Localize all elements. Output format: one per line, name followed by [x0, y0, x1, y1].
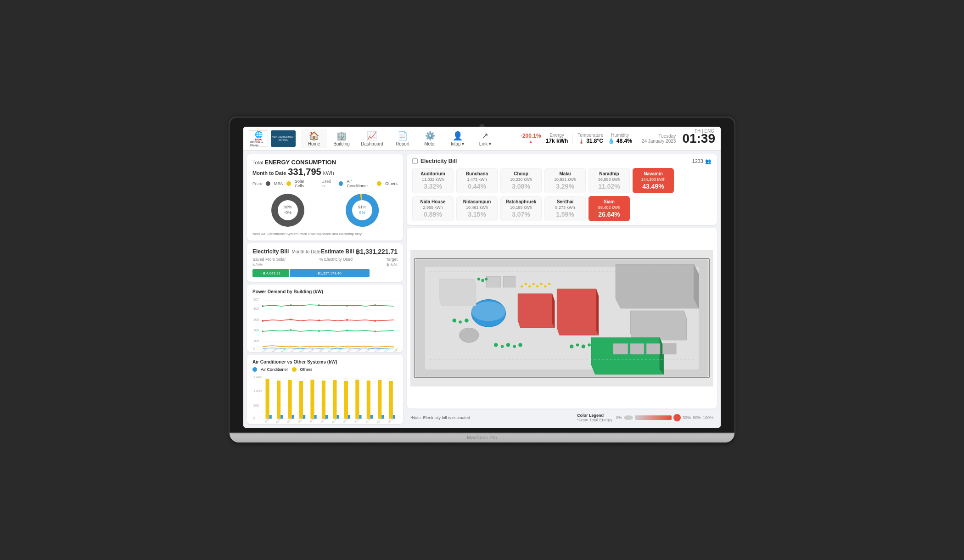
- svg-point-21: [262, 305, 263, 307]
- svg-marker-102: [596, 289, 599, 335]
- svg-rect-139: [646, 343, 660, 354]
- svg-rect-74: [348, 415, 350, 419]
- svg-marker-98: [616, 264, 699, 308]
- svg-point-120: [518, 343, 522, 347]
- nav-dashboard[interactable]: 📈 Dashboard: [356, 129, 388, 148]
- svg-point-23: [318, 304, 320, 306]
- svg-point-131: [528, 285, 531, 287]
- svg-point-132: [532, 283, 535, 285]
- energy-label: Energy: [546, 133, 568, 138]
- svg-rect-138: [630, 343, 644, 354]
- building-bunchana[interactable]: Bunchana 1,473 kWh 0.44%: [456, 168, 498, 193]
- svg-point-119: [513, 345, 516, 348]
- pie-charts-row: 00% -0%: [252, 191, 398, 230]
- building-nidasumpun[interactable]: Nidasumpun 10,461 kWh 3.15%: [456, 196, 498, 221]
- pie-chart-ac: 91% 9%: [343, 191, 382, 230]
- svg-point-123: [485, 278, 488, 280]
- date-label: 24 January 2023: [642, 139, 676, 144]
- svg-text:0: 0: [253, 347, 255, 350]
- user-count: 1233 👥: [692, 158, 712, 164]
- svg-marker-100: [630, 311, 686, 340]
- nav-home[interactable]: 🏠 Home: [301, 129, 327, 148]
- svg-text:00%: 00%: [283, 205, 291, 209]
- temp-value: 🌡️ 31.8°C: [577, 138, 603, 144]
- svg-marker-110: [440, 279, 476, 306]
- building-serithai[interactable]: Serithai 5,273 kWh 1.59%: [544, 196, 586, 221]
- svg-point-27: [290, 319, 292, 320]
- svg-point-116: [494, 343, 498, 347]
- svg-marker-103: [518, 294, 555, 328]
- svg-point-30: [374, 320, 376, 322]
- building-malai[interactable]: Malai 10,931 kWh 3.29%: [544, 168, 586, 193]
- nav-link[interactable]: ↗ Link ▾: [472, 129, 498, 148]
- svg-point-109: [459, 328, 479, 342]
- svg-point-136: [548, 283, 550, 285]
- svg-text:300: 300: [253, 318, 259, 321]
- svg-point-121: [477, 278, 480, 280]
- svg-rect-61: [277, 381, 280, 419]
- svg-point-125: [576, 343, 579, 346]
- svg-text:100: 100: [253, 339, 259, 342]
- svg-rect-73: [344, 381, 348, 419]
- nav-kitap[interactable]: 👤 kitap ▾: [445, 129, 471, 148]
- campus-svg: [410, 231, 713, 405]
- svg-point-108: [471, 302, 506, 321]
- svg-text:500: 500: [253, 404, 259, 407]
- svg-text:200: 200: [253, 329, 259, 332]
- nav-meter[interactable]: ⚙️ Meter: [417, 129, 443, 148]
- svg-text:1,000: 1,000: [253, 389, 262, 392]
- svg-rect-112: [503, 277, 516, 287]
- building-auditorium[interactable]: Auditorium 11,032 kWh 3.32%: [412, 168, 454, 193]
- humidity-label: Humidity: [608, 133, 632, 138]
- svg-rect-63: [288, 380, 291, 419]
- svg-point-31: [262, 330, 263, 332]
- link-icon: ↗: [482, 131, 488, 141]
- svg-rect-77: [367, 381, 370, 419]
- building-ratchaphruek[interactable]: Ratchaphruek 10,185 kWh 3.07%: [500, 196, 542, 221]
- svg-text:-0%: -0%: [284, 210, 291, 215]
- lang-switch[interactable]: TH | ENG: [695, 129, 714, 134]
- bar-chart: 1,466 1,000 500 0: [252, 374, 398, 420]
- svg-rect-81: [389, 381, 393, 419]
- solar-dot: [286, 181, 291, 186]
- main-content: Total ENERGY CONSUMPTION Month to Date 3…: [243, 151, 721, 428]
- macbook-label: MacBook Pro: [467, 435, 497, 440]
- others-legend-dot: [292, 367, 297, 372]
- building-naradhip[interactable]: Naradhip 36,553 kWh 11.02%: [588, 168, 630, 193]
- nav-building[interactable]: 🏢 Building: [329, 129, 354, 148]
- svg-point-35: [374, 330, 376, 332]
- right-panel: Electricity Bill 1233 👥 Audito: [407, 154, 717, 424]
- svg-rect-59: [266, 379, 269, 419]
- building-nida-house[interactable]: Nida House 2,955 kWh 0.89%: [412, 196, 454, 221]
- logo-area: 🌐 NIDA WISDOM for Change NIDA ENVIRONMEN…: [249, 130, 296, 147]
- svg-text:01:13: 01:13: [374, 347, 381, 352]
- legend-row: From MEA Solar Cells Used in Air Conditi…: [252, 179, 398, 188]
- building-siam[interactable]: Siam 88,402 kWh 26.64%: [588, 196, 630, 221]
- svg-point-29: [346, 319, 348, 321]
- svg-point-129: [521, 285, 523, 287]
- pie-chart-mea: 00% -0%: [269, 191, 308, 230]
- svg-point-133: [536, 285, 538, 287]
- nav-report[interactable]: 📄 Report: [390, 129, 415, 148]
- humidity-value: 💧 48.4%: [608, 138, 632, 144]
- svg-point-32: [290, 329, 292, 331]
- svg-point-25: [374, 304, 376, 306]
- nida-logo: 🌐 NIDA WISDOM for Change: [249, 130, 268, 147]
- svg-text:1,466: 1,466: [253, 375, 262, 379]
- buildings-grid: Auditorium 11,032 kWh 3.32% Bunchana 1,4…: [412, 168, 712, 221]
- svg-rect-60: [269, 415, 272, 419]
- svg-point-117: [501, 345, 504, 348]
- svg-point-33: [318, 330, 320, 332]
- svg-point-130: [525, 283, 527, 285]
- dashboard-icon: 📈: [367, 131, 377, 141]
- svg-rect-66: [303, 415, 305, 419]
- svg-point-24: [346, 305, 348, 307]
- elec-bill-checkbox[interactable]: [412, 158, 418, 164]
- user-icon: 👤: [453, 131, 463, 141]
- map-note: *Note: Electricity bill is estimated: [410, 415, 470, 420]
- building-navamin[interactable]: Navamin 144,300 kWh 43.49%: [633, 168, 674, 193]
- energy-value: 17k kWh: [546, 138, 568, 144]
- building-choop[interactable]: Choop 10,230 kWh 3.08%: [500, 168, 542, 193]
- temp-label: Temperature: [577, 133, 603, 138]
- home-icon: 🏠: [309, 131, 319, 141]
